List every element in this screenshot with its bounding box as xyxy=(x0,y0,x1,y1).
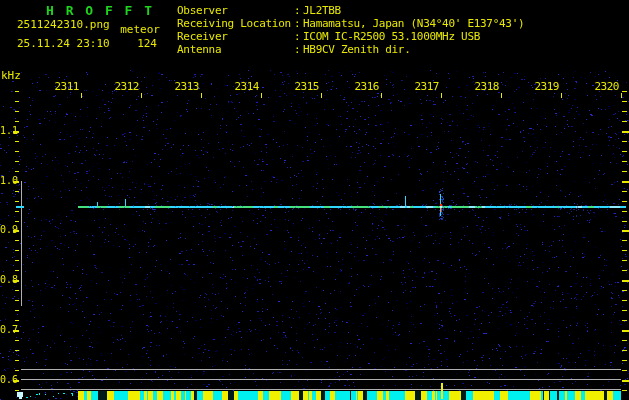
app-title: H R O F F T xyxy=(46,3,154,18)
header: H R O F F T 2511242310.png meteor 25.11.… xyxy=(0,0,629,70)
info-separator: : xyxy=(294,17,303,30)
info-value: JL2TBB xyxy=(303,4,341,17)
info-separator: : xyxy=(294,30,303,43)
info-row-antenna: Antenna:HB9CV Zenith dir. xyxy=(177,43,524,56)
x-tick-label-2315: 2315 xyxy=(275,80,319,93)
y-tick-label-0.9: 0.9 xyxy=(0,224,14,235)
echo-count: 124 xyxy=(110,37,157,50)
info-value: Hamamatsu, Japan (N34°40' E137°43') xyxy=(303,17,524,30)
info-value: ICOM IC-R2500 53.1000MHz USB xyxy=(303,30,480,43)
x-tick-label-2311: 2311 xyxy=(35,80,79,93)
hrofft-screen: kHz 1.11.00.90.80.70.6231123122313231423… xyxy=(0,0,629,400)
x-tick-label-2313: 2313 xyxy=(155,80,199,93)
y-axis-unit-label: kHz xyxy=(1,69,21,82)
info-separator: : xyxy=(294,43,303,56)
y-tick-label-0.8: 0.8 xyxy=(0,274,14,285)
x-tick-label-2316: 2316 xyxy=(335,80,379,93)
y-tick-label-1.0: 1.0 xyxy=(0,175,14,186)
station-info-block: Observer:JL2TBB Receiving Location:Hamam… xyxy=(177,4,524,56)
x-tick-label-2312: 2312 xyxy=(95,80,139,93)
info-label: Receiver xyxy=(177,30,294,43)
x-tick-label-2317: 2317 xyxy=(395,80,439,93)
info-label: Observer xyxy=(177,4,294,17)
y-tick-label-1.1: 1.1 xyxy=(0,125,14,136)
x-tick-label-2314: 2314 xyxy=(215,80,259,93)
y-tick-label-0.6: 0.6 xyxy=(0,374,14,385)
x-tick-label-2318: 2318 xyxy=(455,80,499,93)
x-tick-label-2320: 2320 xyxy=(575,80,619,93)
info-label: Antenna xyxy=(177,43,294,56)
capture-filename: 2511242310.png xyxy=(17,18,110,31)
info-value: HB9CV Zenith dir. xyxy=(303,43,410,56)
info-row-location: Receiving Location:Hamamatsu, Japan (N34… xyxy=(177,17,524,30)
capture-datetime: 25.11.24 23:10 xyxy=(17,37,110,50)
y-tick-label-0.7: 0.7 xyxy=(0,324,14,335)
info-row-observer: Observer:JL2TBB xyxy=(177,4,524,17)
observation-mode-label: meteor xyxy=(110,23,160,36)
info-row-receiver: Receiver:ICOM IC-R2500 53.1000MHz USB xyxy=(177,30,524,43)
info-separator: : xyxy=(294,4,303,17)
x-tick-label-2319: 2319 xyxy=(515,80,559,93)
info-label: Receiving Location xyxy=(177,17,294,30)
